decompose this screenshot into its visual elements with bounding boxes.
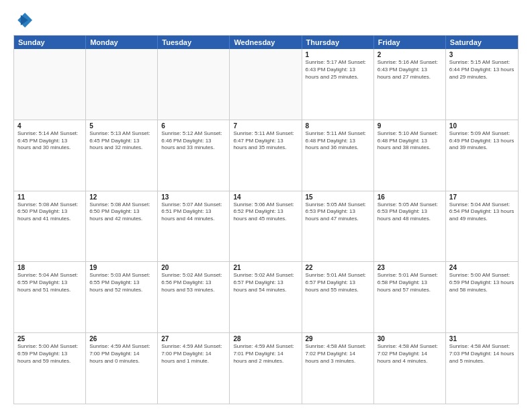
day-cell-29: 29Sunrise: 4:58 AM Sunset: 7:02 PM Dayli… [302,333,374,404]
page: SundayMondayTuesdayWednesdayThursdayFrid… [0,0,532,411]
day-info: Sunrise: 5:08 AM Sunset: 6:50 PM Dayligh… [17,201,82,223]
day-cell-11: 11Sunrise: 5:08 AM Sunset: 6:50 PM Dayli… [14,191,86,262]
day-cell-12: 12Sunrise: 5:08 AM Sunset: 6:50 PM Dayli… [86,191,158,262]
day-info: Sunrise: 5:05 AM Sunset: 6:53 PM Dayligh… [306,201,370,223]
day-number: 19 [89,264,154,271]
day-cell-9: 9Sunrise: 5:10 AM Sunset: 6:48 PM Daylig… [374,120,446,191]
day-info: Sunrise: 4:59 AM Sunset: 7:01 PM Dayligh… [233,343,298,365]
day-number: 14 [233,193,298,201]
day-cell-19: 19Sunrise: 5:03 AM Sunset: 6:55 PM Dayli… [86,262,158,332]
day-cell-30: 30Sunrise: 4:58 AM Sunset: 7:02 PM Dayli… [374,333,446,404]
day-number: 20 [161,264,226,271]
day-number: 10 [449,122,515,130]
day-number: 7 [233,122,298,130]
day-number: 17 [449,193,515,201]
day-cell-22: 22Sunrise: 5:01 AM Sunset: 6:57 PM Dayli… [302,262,374,332]
day-info: Sunrise: 5:00 AM Sunset: 6:59 PM Dayligh… [17,343,82,365]
day-info: Sunrise: 5:16 AM Sunset: 6:43 PM Dayligh… [378,59,442,81]
day-number: 9 [378,122,442,130]
day-cell-14: 14Sunrise: 5:06 AM Sunset: 6:52 PM Dayli… [230,191,302,262]
day-number: 1 [306,51,370,58]
day-cell-25: 25Sunrise: 5:00 AM Sunset: 6:59 PM Dayli… [14,333,86,404]
day-info: Sunrise: 5:04 AM Sunset: 6:54 PM Dayligh… [449,201,515,223]
day-number: 27 [161,335,226,342]
day-number: 5 [89,122,154,130]
day-number: 4 [17,122,82,130]
day-info: Sunrise: 4:58 AM Sunset: 7:03 PM Dayligh… [449,343,515,365]
day-info: Sunrise: 5:04 AM Sunset: 6:55 PM Dayligh… [17,272,82,293]
day-number: 31 [449,335,515,342]
day-info: Sunrise: 5:08 AM Sunset: 6:50 PM Dayligh… [89,201,154,223]
day-info: Sunrise: 5:10 AM Sunset: 6:48 PM Dayligh… [378,130,442,152]
day-info: Sunrise: 5:01 AM Sunset: 6:57 PM Dayligh… [306,272,370,293]
day-number: 29 [306,335,370,342]
day-info: Sunrise: 5:03 AM Sunset: 6:55 PM Dayligh… [89,272,154,293]
day-number: 3 [449,51,515,58]
day-info: Sunrise: 4:58 AM Sunset: 7:02 PM Dayligh… [378,343,442,365]
day-cell-7: 7Sunrise: 5:11 AM Sunset: 6:47 PM Daylig… [230,120,302,191]
calendar: SundayMondayTuesdayWednesdayThursdayFrid… [13,35,519,404]
day-number: 25 [17,335,82,342]
day-cell-18: 18Sunrise: 5:04 AM Sunset: 6:55 PM Dayli… [14,262,86,332]
day-info: Sunrise: 5:02 AM Sunset: 6:56 PM Dayligh… [161,272,226,293]
day-number: 2 [378,51,442,58]
day-number: 6 [161,122,226,130]
week-row-0: 1Sunrise: 5:17 AM Sunset: 6:43 PM Daylig… [14,49,518,120]
day-cell-31: 31Sunrise: 4:58 AM Sunset: 7:03 PM Dayli… [446,333,518,404]
day-cell-15: 15Sunrise: 5:05 AM Sunset: 6:53 PM Dayli… [302,191,374,262]
day-info: Sunrise: 4:59 AM Sunset: 7:00 PM Dayligh… [161,343,226,365]
day-number: 30 [378,335,442,342]
day-info: Sunrise: 4:59 AM Sunset: 7:00 PM Dayligh… [89,343,154,365]
day-number: 12 [89,193,154,201]
day-info: Sunrise: 5:11 AM Sunset: 6:47 PM Dayligh… [233,130,298,152]
header-day-sunday: Sunday [14,36,86,49]
week-row-3: 18Sunrise: 5:04 AM Sunset: 6:55 PM Dayli… [14,261,518,332]
day-number: 23 [378,264,442,271]
day-info: Sunrise: 5:00 AM Sunset: 6:59 PM Dayligh… [449,272,515,293]
day-number: 22 [306,264,370,271]
day-cell-17: 17Sunrise: 5:04 AM Sunset: 6:54 PM Dayli… [446,191,518,262]
empty-cell-0-1 [86,49,158,120]
day-cell-24: 24Sunrise: 5:00 AM Sunset: 6:59 PM Dayli… [446,262,518,332]
day-number: 21 [233,264,298,271]
day-info: Sunrise: 4:58 AM Sunset: 7:02 PM Dayligh… [306,343,370,365]
day-number: 18 [17,264,82,271]
day-info: Sunrise: 5:15 AM Sunset: 6:44 PM Dayligh… [449,59,515,81]
day-info: Sunrise: 5:02 AM Sunset: 6:57 PM Dayligh… [233,272,298,293]
week-row-1: 4Sunrise: 5:14 AM Sunset: 6:45 PM Daylig… [14,120,518,191]
day-info: Sunrise: 5:11 AM Sunset: 6:48 PM Dayligh… [306,130,370,152]
day-number: 11 [17,193,82,201]
day-cell-1: 1Sunrise: 5:17 AM Sunset: 6:43 PM Daylig… [302,49,374,120]
day-number: 8 [306,122,370,130]
day-info: Sunrise: 5:12 AM Sunset: 6:46 PM Dayligh… [161,130,226,152]
day-cell-27: 27Sunrise: 4:59 AM Sunset: 7:00 PM Dayli… [158,333,230,404]
week-row-2: 11Sunrise: 5:08 AM Sunset: 6:50 PM Dayli… [14,191,518,262]
header-day-saturday: Saturday [446,36,518,49]
day-number: 16 [378,193,442,201]
day-info: Sunrise: 5:01 AM Sunset: 6:58 PM Dayligh… [378,272,442,293]
calendar-header: SundayMondayTuesdayWednesdayThursdayFrid… [14,36,518,49]
day-number: 26 [89,335,154,342]
empty-cell-0-0 [14,49,86,120]
day-number: 24 [449,264,515,271]
day-cell-21: 21Sunrise: 5:02 AM Sunset: 6:57 PM Dayli… [230,262,302,332]
day-cell-20: 20Sunrise: 5:02 AM Sunset: 6:56 PM Dayli… [158,262,230,332]
logo-icon [13,11,32,30]
header-day-wednesday: Wednesday [230,36,302,49]
header-day-tuesday: Tuesday [158,36,230,49]
header-day-monday: Monday [86,36,158,49]
day-cell-6: 6Sunrise: 5:12 AM Sunset: 6:46 PM Daylig… [158,120,230,191]
day-info: Sunrise: 5:09 AM Sunset: 6:49 PM Dayligh… [449,130,515,152]
day-info: Sunrise: 5:14 AM Sunset: 6:45 PM Dayligh… [17,130,82,152]
empty-cell-0-3 [230,49,302,120]
empty-cell-0-2 [158,49,230,120]
header-day-thursday: Thursday [302,36,374,49]
day-info: Sunrise: 5:17 AM Sunset: 6:43 PM Dayligh… [306,59,370,81]
day-cell-8: 8Sunrise: 5:11 AM Sunset: 6:48 PM Daylig… [302,120,374,191]
logo [13,11,35,30]
day-cell-16: 16Sunrise: 5:05 AM Sunset: 6:53 PM Dayli… [374,191,446,262]
day-number: 15 [306,193,370,201]
day-info: Sunrise: 5:06 AM Sunset: 6:52 PM Dayligh… [233,201,298,223]
header-day-friday: Friday [374,36,446,49]
day-cell-4: 4Sunrise: 5:14 AM Sunset: 6:45 PM Daylig… [14,120,86,191]
